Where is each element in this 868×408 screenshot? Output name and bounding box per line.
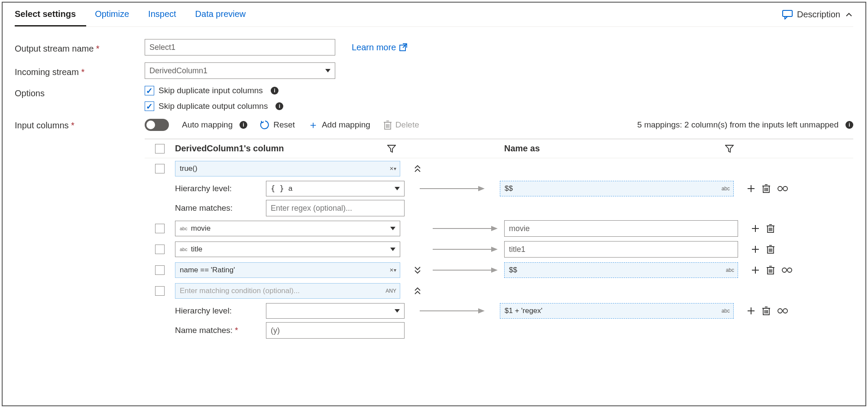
name-matches-input[interactable]: [266, 322, 405, 339]
trash-icon[interactable]: [767, 245, 774, 254]
skip-dup-output-checkbox[interactable]: ✓: [145, 101, 154, 111]
row-checkbox[interactable]: ✓: [155, 265, 165, 275]
rule-expression-input[interactable]: name == 'Rating' ✕▾: [175, 262, 400, 278]
learn-more-link[interactable]: Learn more: [352, 42, 407, 52]
string-type-icon: abc: [180, 226, 188, 231]
add-icon[interactable]: [751, 224, 760, 233]
info-icon[interactable]: i: [845, 121, 853, 129]
svg-rect-0: [783, 10, 792, 16]
svg-point-23: [778, 186, 782, 191]
tab-optimize[interactable]: Optimize: [95, 3, 139, 26]
delete-button[interactable]: Delete: [383, 120, 419, 130]
info-icon[interactable]: i: [275, 102, 283, 110]
abc-badge: abc: [726, 267, 734, 273]
info-icon[interactable]: i: [240, 121, 247, 129]
name-matches-label: Name matches:: [175, 203, 257, 213]
tab-inspect[interactable]: Inspect: [148, 3, 186, 26]
svg-marker-61: [478, 308, 485, 313]
auto-mapping-label: Auto mapping: [182, 120, 233, 130]
link-icon[interactable]: [781, 267, 793, 273]
clear-expr-icon[interactable]: ✕▾: [389, 267, 396, 273]
description-toggle[interactable]: Description: [782, 10, 853, 20]
svg-marker-27: [491, 226, 498, 231]
filter-icon[interactable]: [725, 145, 734, 153]
string-type-icon: abc: [180, 247, 188, 252]
abc-badge: abc: [722, 308, 730, 314]
incoming-stream-select[interactable]: DerivedColumn1: [145, 62, 335, 79]
external-link-icon: [399, 43, 407, 51]
trash-icon[interactable]: [762, 307, 770, 315]
output-stream-name-input[interactable]: [145, 39, 335, 55]
options-label: Options: [15, 86, 145, 98]
link-icon[interactable]: [777, 308, 788, 314]
svg-marker-12: [395, 187, 400, 190]
description-label: Description: [797, 10, 840, 20]
caret-down-icon: [390, 227, 395, 230]
add-icon[interactable]: [747, 184, 755, 193]
link-icon[interactable]: [777, 186, 788, 192]
hierarchy-level-label: Hierarchy level:: [175, 306, 257, 316]
chevron-up-icon: [845, 10, 853, 19]
select-all-checkbox[interactable]: ✓: [155, 144, 165, 153]
name-as-input[interactable]: $1 + 'regex' abc: [500, 303, 734, 319]
svg-marker-38: [491, 247, 498, 252]
name-as-input[interactable]: [504, 220, 738, 237]
trash-icon[interactable]: [767, 266, 774, 274]
auto-mapping-toggle[interactable]: [145, 119, 169, 131]
learn-more-label: Learn more: [352, 42, 396, 52]
filter-icon[interactable]: [387, 145, 396, 153]
info-icon[interactable]: i: [271, 87, 279, 95]
abc-badge: abc: [722, 186, 730, 192]
trash-icon[interactable]: [762, 184, 770, 193]
row-checkbox[interactable]: ✓: [155, 224, 165, 233]
rule-expression-input[interactable]: true() ✕▾: [175, 161, 400, 176]
svg-point-24: [783, 186, 787, 191]
plus-icon: ＋: [308, 118, 318, 132]
any-badge: ANY: [385, 288, 396, 294]
add-mapping-button[interactable]: ＋ Add mapping: [308, 118, 370, 132]
row-checkbox[interactable]: ✓: [155, 286, 165, 296]
trash-icon[interactable]: [767, 224, 774, 233]
row-checkbox[interactable]: ✓: [155, 245, 165, 254]
incoming-stream-label: Incoming stream: [15, 65, 145, 77]
svg-marker-59: [395, 309, 400, 313]
collapse-icon[interactable]: [414, 287, 421, 295]
reset-button[interactable]: Reset: [260, 120, 295, 130]
skip-dup-input-checkbox[interactable]: ✓: [145, 86, 154, 95]
source-column-select[interactable]: abc movie: [175, 221, 400, 236]
svg-marker-10: [388, 145, 395, 152]
name-matches-input[interactable]: [266, 200, 405, 216]
hierarchy-level-select[interactable]: { } a: [266, 181, 405, 196]
svg-marker-25: [390, 227, 395, 230]
tab-select-settings[interactable]: Select settings: [15, 3, 86, 26]
column-header-name-as: Name as: [504, 144, 540, 153]
skip-dup-output-label: Skip duplicate output columns: [159, 101, 268, 111]
name-as-input[interactable]: $$ abc: [504, 262, 738, 278]
skip-dup-input-label: Skip duplicate input columns: [159, 86, 263, 95]
add-icon[interactable]: [747, 307, 755, 315]
hierarchy-level-select[interactable]: [266, 303, 405, 319]
hierarchy-level-label: Hierarchy level:: [175, 184, 257, 193]
svg-point-71: [783, 309, 787, 313]
svg-point-70: [778, 309, 782, 313]
trash-icon: [383, 120, 392, 130]
comment-icon: [782, 10, 793, 20]
expand-icon[interactable]: [414, 266, 421, 274]
add-icon[interactable]: [751, 245, 760, 254]
incoming-stream-value: DerivedColumn1: [149, 66, 207, 75]
name-as-input[interactable]: [504, 241, 738, 258]
row-checkbox[interactable]: ✓: [155, 164, 165, 173]
caret-down-icon: [390, 248, 395, 251]
name-matches-label: Name matches:: [175, 326, 257, 335]
add-icon[interactable]: [751, 266, 760, 274]
source-column-select[interactable]: abc title: [175, 242, 400, 257]
output-stream-name-label: Output stream name: [15, 41, 145, 54]
svg-marker-3: [325, 69, 330, 72]
collapse-icon[interactable]: [414, 164, 421, 173]
matching-condition-input[interactable]: Enter matching condition (optional)... A…: [175, 283, 400, 299]
name-as-input[interactable]: $$ abc: [500, 181, 734, 196]
caret-down-icon: [395, 187, 400, 190]
clear-expr-icon[interactable]: ✕▾: [389, 166, 396, 172]
tab-data-preview[interactable]: Data preview: [195, 3, 256, 26]
svg-point-57: [782, 268, 787, 272]
